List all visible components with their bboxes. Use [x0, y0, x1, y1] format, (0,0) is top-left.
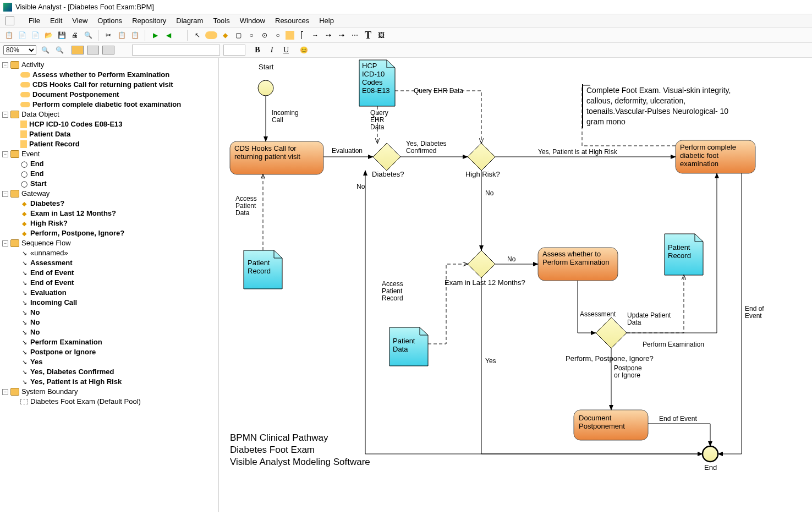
tb-event-end-icon[interactable]: ○: [272, 30, 283, 41]
tb-seqflow-icon[interactable]: →: [310, 30, 321, 41]
tree-item[interactable]: ↘End of Event: [12, 278, 217, 288]
tb-annotation-icon[interactable]: ⎡: [297, 30, 308, 41]
tb-assoc-icon[interactable]: ⇢: [336, 30, 347, 41]
tree-item[interactable]: ↘No: [12, 308, 217, 317]
tb-new-icon[interactable]: 📄: [30, 30, 41, 41]
gateway-ppi[interactable]: Perform, Postpone, Ignore?: [566, 355, 654, 363]
tree-item[interactable]: Patient Record: [12, 139, 217, 149]
tree-item[interactable]: ↘Yes, Patient is at High Risk: [12, 377, 217, 387]
tb-paste-icon[interactable]: 📋: [129, 30, 140, 41]
activity-document[interactable]: Document Postponement: [579, 414, 645, 431]
tree-item[interactable]: ◯End: [12, 159, 217, 169]
tree-item[interactable]: Diabetes Foot Exam (Default Pool): [12, 397, 217, 407]
menu-repository[interactable]: Repository: [132, 17, 166, 25]
tb-save-icon[interactable]: 💾: [56, 30, 67, 41]
tree-item[interactable]: ◯Start: [12, 179, 217, 189]
tb-msgflow-icon[interactable]: ⇢: [323, 30, 334, 41]
tb-event-intermediate-icon[interactable]: ⊙: [259, 30, 270, 41]
tb-props-icon[interactable]: 📋: [3, 30, 14, 41]
tree-item[interactable]: ◆Exam in Last 12 Months?: [12, 209, 217, 218]
tree-item[interactable]: ↘No: [12, 317, 217, 327]
tree-item[interactable]: ↘Incoming Call: [12, 298, 217, 308]
tree-folder-sysboundary[interactable]: −System Boundary: [2, 387, 217, 397]
gateway-diabetes[interactable]: Diabetes?: [372, 171, 404, 179]
tb-task-icon[interactable]: ▢: [233, 30, 244, 41]
tb-find-icon[interactable]: 🔍: [83, 30, 94, 41]
tree-item[interactable]: ↘No: [12, 327, 217, 337]
doc-pdata[interactable]: Patient Data: [393, 337, 423, 354]
tree-item[interactable]: HCP ICD-10 Codes E08-E13: [12, 119, 217, 129]
tree-item[interactable]: ↘Postpone or Ignore: [12, 347, 217, 357]
doc-hcp[interactable]: HCP ICD-10 Codes E08-E13: [362, 62, 392, 95]
doc-precord2[interactable]: Patient Record: [668, 244, 698, 260]
tree-item[interactable]: ◆Diabetes?: [12, 199, 217, 209]
tree-folder-activity[interactable]: −Activity: [2, 60, 217, 70]
menu-help[interactable]: Help: [319, 17, 334, 25]
menu-tools[interactable]: Tools: [213, 17, 229, 25]
emoji-icon[interactable]: 😊: [298, 45, 309, 56]
tree-item[interactable]: ↘End of Event: [12, 268, 217, 278]
tree-folder-seqflow[interactable]: −Sequence Flow: [2, 238, 217, 248]
tree-folder-event[interactable]: −Event: [2, 149, 217, 159]
tb-doc-icon[interactable]: 📄: [17, 30, 28, 41]
model-tree[interactable]: −Activity Assess whether to Perform Exam…: [0, 58, 219, 512]
tree-item[interactable]: ↘Yes: [12, 357, 217, 367]
zoom-select[interactable]: 80%: [3, 45, 36, 55]
bold-button[interactable]: B: [252, 45, 263, 56]
font-size-select[interactable]: [223, 45, 245, 56]
color-swatch-fill[interactable]: [72, 46, 84, 54]
system-menu-icon[interactable]: [6, 17, 14, 25]
zoom-out-icon[interactable]: 🔍: [54, 45, 65, 56]
tree-item[interactable]: ◆Perform, Postpone, Ignore?: [12, 228, 217, 238]
menu-resources[interactable]: Resources: [275, 17, 309, 25]
activity-cds[interactable]: CDS Hooks Call for returning patient vis…: [234, 145, 320, 161]
tb-open-icon[interactable]: 📂: [43, 30, 54, 41]
tree-item[interactable]: ↘Assessment: [12, 258, 217, 268]
gateway-exam12[interactable]: Exam in Last 12 Months?: [445, 279, 525, 287]
menu-window[interactable]: Window: [240, 17, 265, 25]
doc-precord[interactable]: Patient Record: [248, 259, 278, 276]
tree-item[interactable]: ◯End: [12, 169, 217, 179]
tree-folder-gateway[interactable]: −Gateway: [2, 189, 217, 199]
tree-item[interactable]: CDS Hooks Call for returning patient vis…: [12, 80, 217, 90]
menu-options[interactable]: Options: [97, 17, 122, 25]
tb-play-icon[interactable]: ▶: [150, 30, 161, 41]
tree-item[interactable]: ↘«unnamed»: [12, 248, 217, 258]
italic-button[interactable]: I: [266, 45, 277, 56]
tb-print-icon[interactable]: 🖨: [69, 30, 80, 41]
zoom-in-icon[interactable]: 🔍: [40, 45, 51, 56]
tb-text-icon[interactable]: T: [363, 30, 374, 41]
tb-event-start-icon[interactable]: ○: [246, 30, 257, 41]
underline-button[interactable]: U: [281, 45, 292, 56]
tree-item[interactable]: Document Postponement: [12, 90, 217, 100]
color-swatch-2[interactable]: [87, 46, 99, 54]
menu-edit[interactable]: Edit: [50, 17, 62, 25]
tree-item[interactable]: ↘Evaluation: [12, 288, 217, 298]
menu-file[interactable]: File: [29, 17, 40, 25]
tb-activity-icon[interactable]: [205, 31, 217, 39]
tb-pointer-icon[interactable]: ↖: [192, 30, 203, 41]
tree-item[interactable]: ↘Perform Examination: [12, 337, 217, 347]
diagram-canvas[interactable]: Start End CDS Hooks Call for returning p…: [219, 58, 812, 512]
tb-data-icon[interactable]: [286, 31, 294, 40]
gateway-highrisk[interactable]: High Risk?: [465, 171, 500, 179]
tb-gateway-icon[interactable]: ◆: [220, 30, 231, 41]
activity-assess[interactable]: Assess whether to Perform Examination: [542, 250, 614, 267]
tree-item[interactable]: ↘Yes, Diabetes Confirmed: [12, 367, 217, 377]
menu-diagram[interactable]: Diagram: [176, 17, 203, 25]
edge-no1: No: [356, 183, 365, 190]
tb-cut-icon[interactable]: ✂: [103, 30, 114, 41]
activity-perform[interactable]: Perform complele diabetic foot examinati…: [680, 144, 751, 168]
tb-copy-icon[interactable]: 📋: [116, 30, 127, 41]
menu-view[interactable]: View: [72, 17, 87, 25]
color-swatch-3[interactable]: [102, 46, 114, 54]
tb-dots-icon[interactable]: ⋯: [349, 30, 360, 41]
font-select[interactable]: [132, 45, 220, 56]
tree-item[interactable]: ◆High Risk?: [12, 218, 217, 228]
tree-folder-dataobject[interactable]: −Data Object: [2, 109, 217, 119]
tb-image-icon[interactable]: 🖼: [376, 30, 387, 41]
tree-item[interactable]: Patient Data: [12, 129, 217, 139]
tb-back-icon[interactable]: ◀: [163, 30, 174, 41]
tree-item[interactable]: Perform complele diabetic foot examinati…: [12, 100, 217, 109]
tree-item[interactable]: Assess whether to Perform Examination: [12, 70, 217, 80]
